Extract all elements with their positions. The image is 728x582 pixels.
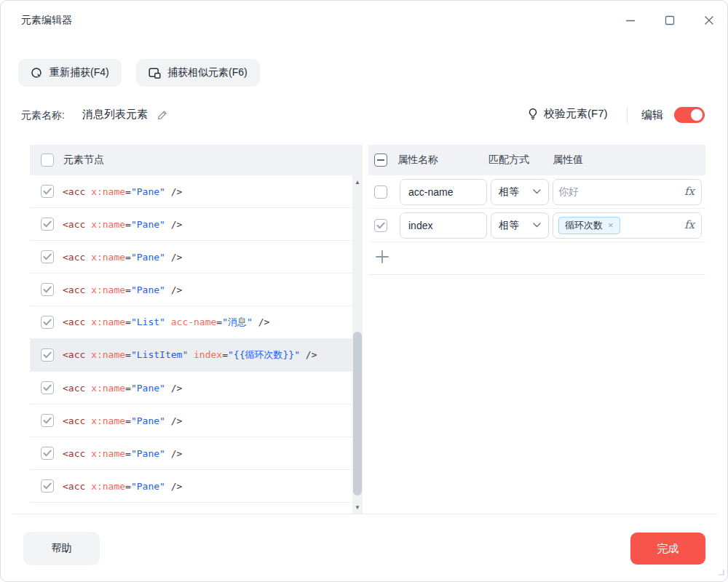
attribute-value-text: 你好 (558, 186, 579, 199)
divider (627, 107, 628, 124)
pencil-icon (157, 109, 168, 121)
element-name-value: 消息列表元素 (82, 108, 148, 121)
node-panel-title: 元素节点 (63, 154, 104, 167)
element-node-row[interactable]: <acc x:name="List" acc-name="消息" /> (30, 306, 363, 339)
done-button[interactable]: 完成 (630, 533, 705, 565)
minimize-icon (625, 15, 636, 25)
fx-icon[interactable]: fx (684, 218, 695, 231)
recapture-icon (31, 67, 43, 79)
capture-similar-button[interactable]: 捕获相似元素(F6) (136, 59, 260, 87)
element-node-row[interactable]: <acc x:name="Pane" /> (30, 241, 363, 274)
chevron-down-icon (533, 189, 541, 194)
done-label: 完成 (657, 542, 679, 556)
node-row-checkbox[interactable] (41, 447, 54, 460)
node-xml-text: <acc x:name="Pane" /> (63, 284, 182, 295)
maximize-icon (665, 15, 675, 25)
attribute-value-box[interactable]: 你好fx (553, 179, 702, 205)
chevron-down-icon (533, 223, 541, 228)
plus-icon (374, 249, 390, 265)
node-xml-text: <acc x:name="List" acc-name="消息" /> (63, 316, 269, 329)
add-attribute-button[interactable] (374, 249, 390, 268)
node-xml-text: <acc x:name="Pane" /> (63, 186, 182, 197)
node-xml-text: <acc x:name="Pane" /> (63, 481, 182, 492)
match-mode-value: 相等 (499, 219, 519, 232)
element-editor-window: 元素编辑器 重新捕获(F4) 捕获相似元素(F6) 元素名称: 消息列表元素 (0, 0, 728, 582)
capture-similar-icon (149, 67, 161, 79)
match-mode-value: 相等 (499, 186, 519, 199)
node-xml-text: <acc x:name="Pane" /> (63, 252, 182, 263)
window-title: 元素编辑器 (21, 14, 72, 27)
column-attribute-value: 属性值 (553, 154, 583, 167)
variable-chip: 循环次数× (558, 217, 620, 234)
edit-toggle-switch[interactable] (674, 107, 705, 123)
select-all-nodes-checkbox[interactable] (41, 154, 54, 167)
element-node-row[interactable]: <acc x:name="Pane" /> (30, 372, 363, 404)
attribute-name-input[interactable] (400, 212, 487, 239)
edit-name-button[interactable] (157, 109, 168, 124)
attribute-row-checkbox[interactable] (374, 186, 387, 199)
edit-toggle-label: 编辑 (641, 108, 663, 122)
resize-grip[interactable] (718, 565, 724, 578)
element-node-row[interactable]: <acc x:name="Pane" /> (30, 404, 363, 437)
element-node-row[interactable]: <acc x:name="Pane" /> (30, 175, 363, 208)
scroll-down-icon[interactable]: ▼ (352, 502, 363, 512)
close-icon (704, 15, 714, 25)
add-attribute-row (368, 242, 705, 275)
node-row-checkbox[interactable] (41, 414, 54, 427)
window-controls (620, 10, 719, 31)
select-all-attributes-checkbox[interactable] (374, 154, 387, 167)
attribute-row-checkbox[interactable] (374, 219, 387, 232)
validate-element-label: 校验元素(F7) (544, 107, 608, 121)
attribute-panel: 属性名称 匹配方式 属性值 相等你好fx相等循环次数×fx (368, 145, 705, 275)
help-label: 帮助 (52, 542, 72, 555)
scrollbar-track[interactable]: ▲ ▼ (352, 175, 363, 514)
element-node-row[interactable]: <acc x:name="Pane" /> (30, 274, 363, 306)
node-xml-text: <acc x:name="ListItem" index="{{循环次数}}" … (63, 348, 317, 362)
attribute-value-box[interactable]: 循环次数×fx (553, 212, 702, 239)
remove-variable-icon[interactable]: × (608, 220, 614, 231)
attribute-name-input[interactable] (400, 179, 487, 205)
node-row-checkbox[interactable] (41, 283, 54, 296)
node-xml-text: <acc x:name="Pane" /> (63, 415, 182, 426)
node-row-checkbox[interactable] (41, 381, 54, 394)
node-row-checkbox[interactable] (41, 250, 54, 263)
help-button[interactable]: 帮助 (23, 532, 100, 565)
fx-icon[interactable]: fx (684, 185, 695, 198)
node-row-checkbox[interactable] (41, 316, 54, 329)
element-node-row[interactable]: <acc x:name="Pane" /> (30, 437, 363, 470)
footer-divider (12, 514, 717, 514)
element-node-row[interactable]: <acc x:name="ListItem" index="{{循环次数}}" … (30, 339, 363, 372)
element-node-row[interactable]: <acc x:name="Pane" /> (30, 470, 363, 503)
lightbulb-icon (527, 108, 539, 120)
attribute-panel-header: 属性名称 匹配方式 属性值 (368, 145, 705, 175)
match-mode-select[interactable]: 相等 (491, 212, 549, 239)
scrollbar-thumb[interactable] (353, 332, 362, 495)
node-row-checkbox[interactable] (41, 348, 54, 362)
variable-chip-label: 循环次数 (565, 219, 603, 232)
recapture-label: 重新捕获(F4) (50, 66, 109, 79)
recapture-button[interactable]: 重新捕获(F4) (18, 59, 122, 87)
toggle-knob (691, 109, 703, 121)
minimize-button[interactable] (620, 10, 641, 31)
node-xml-text: <acc x:name="Pane" /> (63, 219, 182, 230)
maximize-button[interactable] (660, 10, 680, 31)
node-row-checkbox[interactable] (41, 185, 54, 198)
node-row-checkbox[interactable] (41, 479, 54, 493)
element-node-panel: 元素节点 <acc x:name="Pane" /><acc x:name="P… (30, 145, 363, 514)
node-xml-text: <acc x:name="Pane" /> (63, 383, 182, 394)
column-match-mode: 匹配方式 (488, 154, 529, 167)
capture-similar-label: 捕获相似元素(F6) (167, 66, 248, 79)
scroll-up-icon[interactable]: ▲ (352, 177, 363, 187)
node-panel-header: 元素节点 (30, 145, 363, 175)
element-name-label: 元素名称: (21, 109, 65, 122)
validate-element-button[interactable]: 校验元素(F7) (527, 107, 608, 121)
node-row-checkbox[interactable] (41, 218, 54, 231)
attribute-rows: 相等你好fx相等循环次数×fx (368, 175, 705, 242)
column-attribute-name: 属性名称 (397, 154, 438, 167)
node-xml-text: <acc x:name="Pane" /> (63, 448, 182, 459)
element-node-row[interactable]: <acc x:name="Pane" /> (30, 208, 363, 241)
close-button[interactable] (699, 10, 719, 31)
match-mode-select[interactable]: 相等 (491, 179, 549, 205)
element-node-list: <acc x:name="Pane" /><acc x:name="Pane" … (30, 175, 363, 503)
attribute-row: 相等你好fx (368, 175, 705, 209)
